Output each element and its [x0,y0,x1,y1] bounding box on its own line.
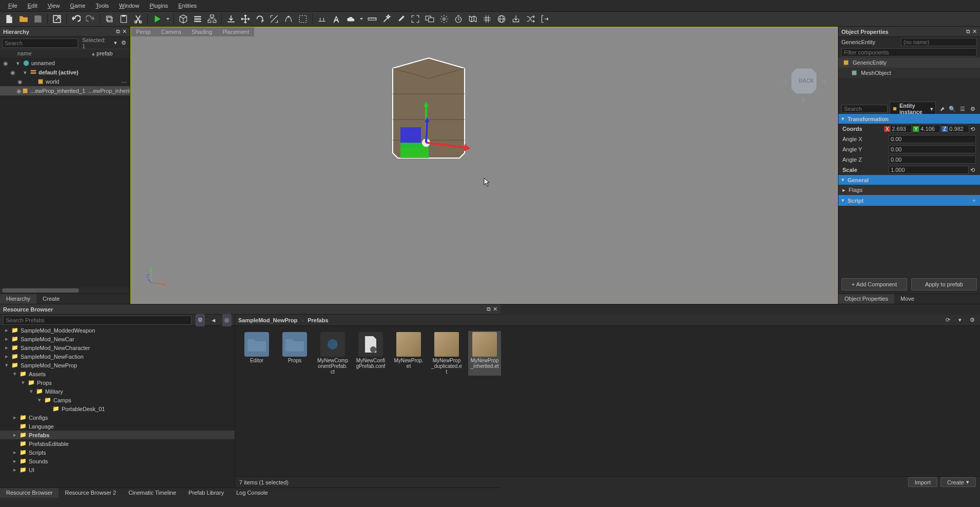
rb-folder[interactable]: ▾📁Camps [0,396,235,404]
cut-icon[interactable] [132,13,144,25]
tab-hierarchy[interactable]: Hierarchy [0,294,36,304]
back-icon[interactable]: ◄ [209,314,218,326]
tab-persp[interactable]: Persp [131,27,156,36]
paste-icon[interactable] [118,13,130,25]
external-link-icon[interactable]: ⬈ [938,103,946,115]
rb-folder[interactable]: ▸📁Sounds [0,457,235,465]
crumb-root[interactable]: SampleMod_NewProp [238,317,298,323]
snap-down-icon[interactable] [225,13,237,25]
create-button[interactable]: Create▾ [940,477,976,487]
rb-item-inherited[interactable]: MyNewProp_inherited.et [468,331,501,376]
tree-row-default[interactable]: ◉ ▾ default (active) [0,68,130,77]
save-icon[interactable] [32,13,44,25]
rb-item-prop[interactable]: MyNewProp.et [392,331,425,376]
tab-prefab-library[interactable]: Prefab Library [182,488,230,498]
restore-icon[interactable]: ⧉ [487,306,491,313]
rb-folder[interactable]: ▸📁SampleMod_NewFaction [0,352,235,361]
crumb-prefabs[interactable]: Prefabs [308,317,328,323]
move-icon[interactable] [239,13,252,25]
rb-folder[interactable]: ▸📁SampleMod_NewCar [0,335,235,343]
rb-folder[interactable]: 📁PrefabsEditable [0,439,235,448]
rb-search-input[interactable] [3,316,191,325]
tree-row-unnamed[interactable]: ◉ ▾ unnamed [0,59,130,68]
timer-icon[interactable] [452,13,465,25]
rb-folder[interactable]: ▾📁Military [0,387,235,396]
menu-edit[interactable]: Edit [23,1,43,11]
menu-plugins[interactable]: Plugins [144,1,173,11]
wand-icon[interactable] [380,13,393,25]
tree-row-inherited[interactable]: ◉ ...ewProp_inherited_1 ...ewProp_inheri… [0,86,130,95]
rb-item-component[interactable]: MyNewComponentPrefab.ct [316,331,349,376]
external-icon[interactable] [51,13,63,25]
menu-file[interactable]: File [3,1,23,11]
gear-icon[interactable]: ⚙ [120,37,128,49]
import-button[interactable]: Import [908,477,937,487]
filter-components-input[interactable] [841,48,977,56]
globe-icon[interactable] [495,13,508,25]
cloud-icon[interactable] [344,13,357,25]
eye-icon[interactable]: ◉ [16,79,24,85]
tree-row-world[interactable]: ◉ world --- [0,77,130,86]
add-component-button[interactable]: + Add Component [841,278,907,290]
target-icon[interactable]: ◎ [222,314,232,326]
rb-folder[interactable]: ▾📁SampleMod_NewProp [0,361,235,369]
play-dropdown[interactable] [165,13,170,25]
map-icon[interactable] [467,13,479,25]
search-icon[interactable]: 🔍 [948,103,956,115]
tab-object-properties[interactable]: Object Properties [838,294,894,304]
shuffle-icon[interactable] [524,13,536,25]
tab-log-console[interactable]: Log Console [230,488,274,498]
angle-z-input[interactable] [889,155,976,164]
restore-icon[interactable]: ⧉ [116,28,120,35]
tab-create[interactable]: Create [36,294,66,304]
menu-game[interactable]: Game [65,1,90,11]
hierarchy-scrollbar[interactable] [0,287,130,294]
comp-mesh-object[interactable]: MeshObject [838,68,980,78]
menu-window[interactable]: Window [114,1,144,11]
play-icon[interactable] [151,13,163,25]
angle-x-input[interactable] [889,135,976,143]
terrain-level-icon[interactable] [316,13,328,25]
gear-icon[interactable] [438,13,450,25]
rb-folder[interactable]: ▸📁UI [0,465,235,474]
undo-icon[interactable] [70,13,82,25]
copy-icon[interactable] [103,13,116,25]
frame-icon[interactable] [409,13,421,25]
brush-icon[interactable] [395,13,407,25]
nav-cube-icon[interactable]: BACK S n m [781,58,827,104]
coord-y-input[interactable] [919,125,940,133]
rb-folder[interactable]: ▸📁SampleMod_NewCharacter [0,343,235,352]
col-name[interactable]: name [14,49,89,58]
bounds-icon[interactable] [297,13,309,25]
rb-folder-prefabs[interactable]: ▸📁Prefabs [0,431,235,439]
tab-move[interactable]: Move [894,294,920,304]
eye-icon[interactable]: ◉ [9,69,16,76]
ruler-icon[interactable] [366,13,378,25]
gear-icon[interactable]: ⚙ [969,103,977,115]
rb-folder[interactable]: ▸📁SampleMod_ModdedWeapon [0,326,235,335]
section-general[interactable]: ▾General [838,175,980,185]
section-script[interactable]: ▾Script＋ [838,195,980,206]
grid-icon[interactable] [481,13,493,25]
close-icon[interactable]: ✕ [122,28,127,35]
field-flags[interactable]: ▸Flags [838,185,980,195]
viewport-3d[interactable]: Persp Camera Shading Placement y x z BAC… [130,27,838,304]
rb-folder[interactable]: 📁PortableDesk_01 [0,404,235,413]
scale-input[interactable] [889,166,969,174]
tab-cinematic-timeline[interactable]: Cinematic Timeline [122,488,182,498]
cloud-dropdown[interactable] [359,13,364,25]
eye-icon[interactable]: ◉ [2,60,9,67]
tab-resource-browser-2[interactable]: Resource Browser 2 [59,488,122,498]
tab-resource-browser[interactable]: Resource Browser [0,488,59,498]
rb-folder[interactable]: ▸📁Scripts [0,448,235,457]
filter-icon[interactable]: ▾ [955,314,965,326]
windows-icon[interactable] [424,13,436,25]
rb-folder[interactable]: ▾📁Props [0,378,235,387]
filter-gear-icon[interactable]: ⚙ [196,314,205,326]
rb-folder[interactable]: ▸📁Configs [0,413,235,422]
close-icon[interactable]: ✕ [493,306,497,313]
section-transformation[interactable]: ▾Transformation [838,114,980,124]
rb-item-duplicated[interactable]: MyNewProp_duplicated.et [430,331,463,376]
gear-icon[interactable]: ⚙ [968,314,977,326]
rb-folder[interactable]: 📁Language [0,422,235,431]
